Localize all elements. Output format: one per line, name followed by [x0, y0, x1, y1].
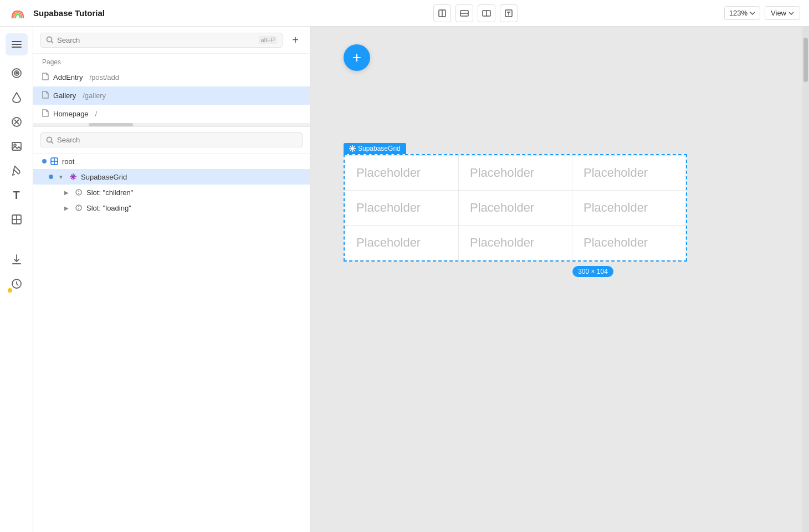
sidebar-cross-btn[interactable] — [6, 111, 28, 133]
svg-line-30 — [52, 141, 54, 144]
placeholder-cell: Placeholder — [572, 226, 686, 260]
layout-v-btn[interactable] — [478, 4, 495, 22]
pages-search-bar: alt+P + — [33, 27, 310, 54]
pages-section: alt+P + Pages AddEntry /post/add — [33, 27, 310, 127]
svg-point-14 — [16, 73, 17, 74]
canvas-add-btn[interactable]: + — [344, 44, 370, 71]
right-scrollbar[interactable] — [802, 27, 809, 532]
components-section: root ▼ SupabaseGrid ▶ — [33, 127, 310, 532]
pages-search-wrap[interactable]: alt+P — [40, 33, 283, 48]
table-row: Placeholder Placeholder Placeholder — [345, 156, 686, 191]
fullscreen-btn[interactable] — [433, 4, 451, 22]
grid-table: Placeholder Placeholder Placeholder Plac… — [345, 155, 686, 260]
search-shortcut: alt+P — [259, 36, 277, 44]
placeholder-cell: Placeholder — [459, 226, 572, 260]
icon-sidebar: T — [0, 27, 33, 532]
view-control[interactable]: View — [765, 6, 800, 20]
sidebar-target-btn[interactable] — [6, 62, 28, 84]
topbar: Supabase Tutorial — [0, 0, 809, 27]
tree-item-supabasegrid[interactable]: ▼ SupabaseGrid — [33, 169, 310, 185]
sidebar-component-btn[interactable] — [6, 208, 28, 231]
placeholder-cell: Placeholder — [459, 191, 572, 226]
sidebar-download-btn[interactable] — [6, 248, 28, 270]
table-row: Placeholder Placeholder Placeholder — [345, 226, 686, 260]
svg-line-28 — [52, 42, 54, 44]
slot-loading-label: Slot: "loading" — [86, 204, 131, 212]
zoom-control[interactable]: 123% — [724, 6, 760, 20]
page-name-gallery: Gallery — [53, 91, 76, 100]
svg-point-39 — [76, 205, 81, 211]
svg-point-38 — [76, 190, 81, 195]
supabasegrid-icon — [69, 172, 78, 181]
sidebar-paint-btn[interactable] — [6, 160, 28, 182]
table-row: Placeholder Placeholder Placeholder — [345, 191, 686, 226]
size-badge: 300 × 104 — [572, 266, 613, 277]
svg-line-21 — [13, 175, 14, 175]
tree-item-slot-loading[interactable]: ▶ Slot: "loading" — [33, 200, 310, 216]
supabasegrid-label: SupabaseGrid — [81, 173, 127, 181]
right-scroll-thumb — [803, 38, 808, 82]
svg-point-29 — [47, 137, 52, 142]
component-frame[interactable]: Placeholder Placeholder Placeholder Plac… — [344, 154, 687, 262]
canvas-area: + SupabaseGrid Placeholder Placeholder — [310, 27, 809, 532]
panel-sidebar: alt+P + Pages AddEntry /post/add — [33, 27, 310, 532]
search-icon — [46, 36, 54, 44]
topbar-tools — [433, 4, 518, 22]
page-doc-icon-gallery — [42, 91, 49, 100]
page-path-homepage: / — [95, 110, 98, 118]
comp-search-icon — [46, 136, 54, 144]
comp-search-wrap[interactable] — [40, 132, 303, 147]
pages-scroll-thumb — [89, 123, 133, 126]
component-wrapper: SupabaseGrid Placeholder Placeholder Pla… — [344, 143, 809, 262]
pages-label: Pages — [33, 54, 310, 68]
root-grid-icon — [50, 157, 59, 166]
page-item-addentry[interactable]: AddEntry /post/add — [33, 68, 310, 86]
supabasegrid-expand[interactable]: ▼ — [57, 172, 65, 181]
component-name: SupabaseGrid — [358, 145, 401, 152]
tree-item-slot-children[interactable]: ▶ Slot: "children" — [33, 185, 310, 200]
page-item-homepage[interactable]: Homepage / — [33, 105, 310, 123]
svg-point-27 — [47, 37, 52, 42]
root-label: root — [62, 157, 74, 166]
text-btn[interactable] — [500, 4, 518, 22]
comp-search-bar — [33, 127, 310, 154]
sidebar-image-btn[interactable] — [6, 135, 28, 157]
slot-children-label: Slot: "children" — [86, 188, 133, 197]
layout-h-btn[interactable] — [455, 4, 473, 22]
root-dot — [42, 159, 47, 163]
placeholder-cell: Placeholder — [345, 156, 459, 191]
tree-item-root[interactable]: root — [33, 154, 310, 169]
placeholder-cell: Placeholder — [572, 191, 686, 226]
component-label: SupabaseGrid — [344, 143, 406, 154]
placeholder-cell: Placeholder — [345, 191, 459, 226]
page-path-gallery: /gallery — [83, 91, 106, 100]
component-header-icon — [349, 145, 356, 152]
app-title: Supabase Tutorial — [33, 8, 227, 18]
sidebar-text-btn[interactable]: T — [6, 184, 28, 206]
page-item-gallery[interactable]: Gallery /gallery — [33, 86, 310, 105]
slot-children-icon — [74, 188, 83, 197]
comp-search-input[interactable] — [57, 136, 297, 144]
sidebar-drop-btn[interactable] — [6, 86, 28, 109]
slot-loading-icon — [74, 203, 83, 212]
app-logo — [9, 4, 27, 22]
page-doc-icon — [42, 73, 49, 82]
slot-children-expand[interactable]: ▶ — [62, 188, 71, 197]
placeholder-cell: Placeholder — [572, 156, 686, 191]
pages-search-input[interactable] — [57, 36, 255, 44]
supabasegrid-dot — [49, 175, 53, 179]
pages-scrollbar — [33, 123, 310, 126]
add-page-btn[interactable]: + — [288, 32, 303, 48]
placeholder-cell: Placeholder — [459, 156, 572, 191]
svg-rect-18 — [12, 142, 21, 150]
sidebar-menu-btn[interactable] — [6, 33, 28, 55]
page-name-homepage: Homepage — [53, 110, 89, 118]
placeholder-cell: Placeholder — [345, 226, 459, 260]
topbar-right: 123% View — [724, 6, 800, 20]
slot-loading-expand[interactable]: ▶ — [62, 203, 71, 212]
main-layout: T — [0, 27, 809, 532]
page-doc-icon-home — [42, 109, 49, 119]
sidebar-history-btn[interactable] — [6, 273, 28, 295]
page-name-addentry: AddEntry — [53, 73, 83, 81]
page-path-addentry: /post/add — [89, 73, 119, 81]
